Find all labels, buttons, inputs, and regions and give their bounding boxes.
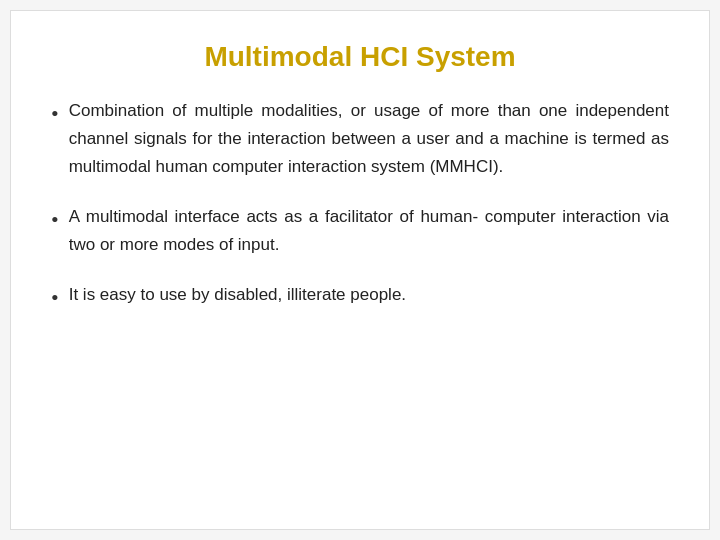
slide-title: Multimodal HCI System	[51, 41, 669, 73]
list-item: • It is easy to use by disabled, illiter…	[51, 281, 669, 314]
bullet-text-2: A multimodal interface acts as a facilit…	[69, 203, 669, 259]
bullet-text-3: It is easy to use by disabled, illiterat…	[69, 281, 406, 309]
slide-container: Multimodal HCI System • Combination of m…	[10, 10, 710, 530]
bullet-dot-3: •	[51, 281, 59, 314]
bullet-list: • Combination of multiple modalities, or…	[51, 97, 669, 336]
bullet-text-1: Combination of multiple modalities, or u…	[69, 97, 669, 181]
bullet-dot-1: •	[51, 97, 59, 130]
bullet-dot-2: •	[51, 203, 59, 236]
list-item: • A multimodal interface acts as a facil…	[51, 203, 669, 259]
list-item: • Combination of multiple modalities, or…	[51, 97, 669, 181]
